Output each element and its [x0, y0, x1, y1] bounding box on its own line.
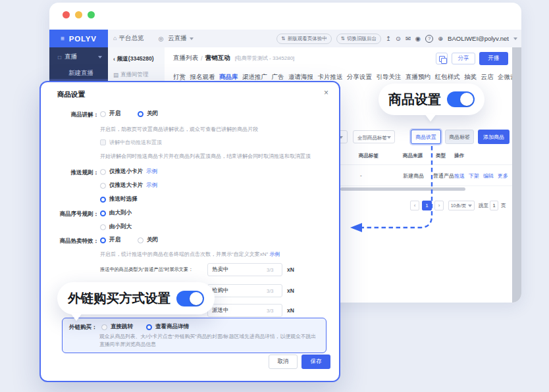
callout-tail [70, 313, 82, 321]
field-label-order-rule: 商品序号规则： [41, 210, 99, 218]
char-counter: 3/3 [267, 308, 273, 314]
radio-icon [100, 197, 106, 203]
hamburger-icon[interactable]: ≡ [61, 35, 65, 42]
xn-suffix: xN [287, 287, 294, 294]
radio-icon [100, 111, 106, 117]
radio-explain-on[interactable]: 开启 [100, 110, 120, 118]
field-label-outlink: 外链购买： [69, 324, 97, 331]
row-actions: 推送 下架 编辑 更多 [454, 172, 508, 180]
add-product-button[interactable]: 添加商品 [478, 130, 510, 144]
example-link[interactable]: 示例 [146, 168, 157, 176]
auto-push-checkbox-row[interactable]: 讲解中自动推送和置顶 [100, 139, 162, 146]
xn-suffix: xN [287, 266, 294, 273]
page-unit-label: 页 [501, 203, 506, 209]
dashed-pointer-arrow [342, 145, 448, 237]
radio-hot-off[interactable]: 关闭 [138, 236, 158, 244]
hot-text-row-3: 3/3 xN [207, 304, 294, 317]
outlink-settings-toggle[interactable] [176, 291, 204, 306]
xn-suffix: xN [287, 307, 294, 314]
chevron-down-icon [98, 56, 102, 59]
radio-icon [100, 237, 106, 243]
action-more[interactable]: 更多 [498, 172, 508, 180]
channel-manage[interactable]: ▤ 直播间管理 [113, 71, 149, 79]
radio-push-big-card[interactable]: 仅推送大卡片 示例 [100, 182, 157, 189]
char-counter: 3/3 [267, 288, 273, 294]
share-button[interactable]: 分享 [452, 53, 475, 64]
channel-back[interactable]: ‹ 频道(3345280) [113, 55, 154, 63]
tab-cloud-store[interactable]: 云店 [481, 73, 494, 82]
window-dot-close[interactable] [63, 11, 70, 18]
radio-explain-off[interactable]: 关闭 [138, 110, 158, 118]
nav-platform-overview[interactable]: ⌂平台总览 [113, 34, 144, 43]
product-tags-button[interactable]: 商品标签 [445, 130, 474, 144]
record-icon[interactable]: ◉ [415, 35, 421, 42]
save-button[interactable]: 保存 [301, 355, 330, 369]
example-link[interactable]: 示例 [146, 182, 157, 189]
checkbox-icon [100, 139, 106, 145]
radio-view-detail[interactable]: 查看商品详情 [146, 323, 189, 331]
jump-page-input[interactable]: 1 [490, 201, 498, 210]
radio-icon [138, 111, 144, 117]
product-settings-toggle[interactable] [447, 91, 475, 107]
radio-order-desc[interactable]: 由大到小 [100, 209, 132, 217]
window-dot-minimize[interactable] [75, 11, 82, 18]
radio-icon [146, 324, 152, 330]
page-size-select[interactable]: 10条/页 [448, 201, 475, 210]
breadcrumb: 直播列表 / 营销互动 [电商带货测试 - 3345280] [173, 54, 294, 62]
hot-effect-help: 开启后，统计推送中的商品在各终端的点击次数，并展示“自定义文案xN” 示例 [100, 251, 280, 258]
window-dot-zoom[interactable] [88, 11, 95, 18]
topbar-right: ⇅新版观看页体验中 ⇅切换旧版后台 ↥ ⊙ ✉ ◉ ? ⊕ BAOLIWEI@p… [276, 30, 517, 47]
radio-icon [100, 183, 106, 189]
swap-icon: ⇅ [281, 36, 285, 41]
tab-lottery[interactable]: 抽奖 [464, 73, 477, 82]
radio-order-asc[interactable]: 由小到大 [100, 223, 132, 231]
radio-direct-jump[interactable]: 直接跳转 [101, 323, 133, 331]
tab-redpacket-style[interactable]: 红包样式 [435, 73, 460, 82]
new-version-badge[interactable]: ⇅新版观看页体验中 [276, 34, 331, 44]
radio-icon [100, 210, 106, 216]
action-unlist[interactable]: 下架 [469, 172, 479, 180]
tab-follow-guide[interactable]: 引导关注 [377, 73, 402, 82]
action-push[interactable]: 推送 [454, 172, 465, 180]
start-live-button[interactable]: 开播 [479, 52, 508, 65]
nav-cloud-live[interactable]: ◎云直播 [158, 34, 193, 43]
close-icon[interactable]: × [324, 88, 328, 97]
globe-icon[interactable]: ⊕ [438, 35, 443, 42]
outlink-purchase-section: 外链购买： 直接跳转 查看商品详情 观众从商品列表、大/小卡片点击“外链购买”商… [62, 318, 327, 353]
account-email[interactable]: BAOLIWEI@polyv.net [448, 35, 509, 42]
hot-text-row-1: 3/3 xN [207, 263, 294, 276]
page-scroll-gutter[interactable] [512, 47, 521, 303]
tag-filter-dropdown[interactable]: 全部商品标签 [353, 130, 395, 143]
live-icon: □ [58, 54, 61, 61]
radio-hot-on[interactable]: 开启 [100, 236, 120, 244]
jump-label: 跳至 [479, 203, 488, 209]
copy-button[interactable] [436, 53, 448, 64]
field-label-hot-effect: 商品热卖特效： [41, 237, 99, 245]
product-settings-button[interactable]: 商品设置 [411, 130, 441, 144]
auto-push-help: 开始讲解会同时推送商品卡片并在商品列表置顶商品，结束讲解会同时取消推送和取消置顶 [100, 153, 311, 160]
mail-icon[interactable]: ✉ [405, 35, 411, 42]
col-header-action: 操作 [454, 153, 464, 159]
download-icon[interactable]: ⊙ [396, 35, 401, 42]
hot-effect-options: 开启 关闭 [100, 236, 158, 244]
breadcrumb-live-list[interactable]: 直播列表 [173, 54, 198, 62]
radio-push-choose[interactable]: 推送时选择 [100, 195, 138, 203]
explain-help: 开启后，助教页可设置商品讲解状态，观众可查看已讲解的商品片段 [100, 126, 258, 133]
switch-old-console-badge[interactable]: ⇅切换旧版后台 [336, 34, 381, 44]
cancel-button[interactable]: 取消 [269, 355, 298, 369]
tab-live-booking[interactable]: 直播预约 [405, 73, 431, 82]
radio-push-small-card[interactable]: 仅推送小卡片 示例 [100, 168, 157, 176]
top-navigation: ⌂平台总览 ◎云直播 [113, 30, 194, 47]
tab-share-settings[interactable]: 分享设置 [347, 73, 372, 82]
field-label-explain: 商品讲解： [41, 111, 99, 119]
sidebar-item-new-live[interactable]: 新建直播 [68, 69, 93, 78]
sidebar-item-live[interactable]: □ 直播 [58, 53, 102, 61]
back-icon: ‹ [113, 56, 115, 62]
help-icon[interactable]: ? [425, 35, 433, 43]
upload-icon[interactable]: ↥ [386, 35, 391, 42]
example-link[interactable]: 示例 [269, 251, 280, 257]
field-label-push-rule: 推送规则： [41, 169, 99, 177]
action-edit[interactable]: 编辑 [483, 172, 494, 180]
product-settings-modal: 商品设置 × 商品讲解： 开启 关闭 开启后，助教页可设置商品讲解状态，观众可查… [39, 81, 340, 382]
app-topbar: ≡ POLYV ⌂平台总览 ◎云直播 ⇅新版观看页体验中 ⇅切换旧版后台 ↥ ⊙… [49, 30, 521, 48]
